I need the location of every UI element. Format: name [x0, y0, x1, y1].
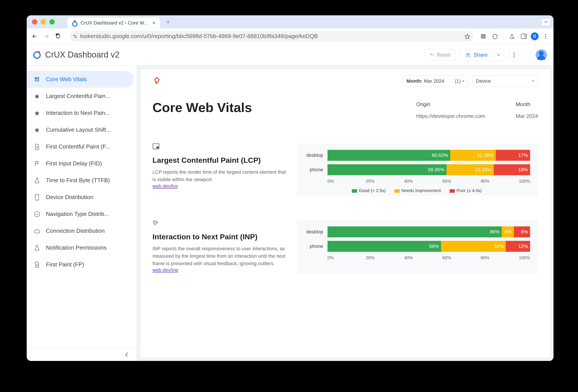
device-filter[interactable]: Device	[472, 75, 538, 87]
profile-button[interactable]: B	[531, 32, 539, 40]
bookmark-button[interactable]	[464, 34, 470, 39]
sidebar-item-5[interactable]: First Input Delay (FID)	[27, 155, 134, 172]
chart: desktop86%6%8%phone56%32%12%0%20%40%60%8…	[297, 220, 538, 273]
tab-close-icon[interactable]: ✕	[152, 20, 156, 26]
segment-ni: 6%	[502, 226, 514, 237]
toolbar-right: B	[479, 32, 550, 41]
metric-title: Largest Contentful Paint (LCP)	[152, 156, 288, 164]
chart-row: phone58.85%23.33%18%	[303, 164, 530, 175]
metric-link[interactable]: web.dev/lcp	[152, 183, 178, 189]
sidebar-item-label: Connection Distribution	[46, 228, 105, 234]
legend-item: Needs Improvement	[394, 188, 441, 193]
account-button[interactable]	[535, 49, 547, 61]
category-label: desktop	[303, 229, 323, 235]
url-field[interactable]: lookerstudio.google.com/u/0/reporting/bb…	[70, 31, 473, 42]
tick-label: 20%	[366, 255, 404, 260]
forward-button[interactable]	[42, 32, 51, 41]
metric-desc: LCP reports the render time of the large…	[152, 168, 288, 183]
svg-rect-2	[524, 34, 526, 39]
more-vert-icon	[545, 34, 546, 39]
sidebar-item-6[interactable]: Time to First Byte (TTFB)	[27, 172, 134, 189]
sidebar-item-10[interactable]: Notification Permissions	[27, 239, 134, 256]
sidebar-item-label: Core Web Vitals	[46, 76, 87, 83]
month-filter[interactable]: Month: Mar 2024 (1)	[403, 75, 468, 87]
x-axis: 0%20%40%60%80%100%	[328, 179, 530, 184]
segment-poor: 17%	[496, 150, 530, 161]
app-header: CrUX Dashboard v2 Reset Share	[27, 44, 553, 66]
category-label: phone	[303, 167, 323, 173]
metric-link[interactable]: web.dev/inp	[152, 267, 178, 273]
sidebar-item-4[interactable]: First Contentful Paint (F...	[27, 138, 134, 155]
new-tab-button[interactable]: ＋	[164, 18, 172, 26]
chart-row: desktop86%6%8%	[303, 226, 530, 237]
back-button[interactable]	[30, 32, 39, 41]
tabs-dropdown-button[interactable]	[542, 18, 550, 26]
sidebar-item-8[interactable]: Navigation Type Distrib...	[27, 206, 134, 222]
caret-down-icon	[532, 80, 534, 82]
more-vert-icon	[514, 52, 515, 57]
star-icon	[34, 127, 40, 133]
minimize-window-button[interactable]	[41, 19, 46, 24]
sidebar-list: Core Web VitalsLargest Contentful Pain..…	[27, 71, 137, 348]
reset-button[interactable]: Reset	[424, 49, 456, 61]
metric-0: Largest Contentful Paint (LCP)LCP report…	[152, 143, 538, 196]
maximize-window-button[interactable]	[49, 19, 55, 24]
tick-label: 100%	[519, 255, 530, 260]
segment-poor: 12%	[506, 241, 530, 252]
reload-button[interactable]	[53, 32, 63, 41]
origin-value: https://developer.chrome.com	[416, 113, 485, 119]
sidebar-item-7[interactable]: Device Distribution	[27, 189, 134, 206]
segment-ni: 22.38%	[450, 150, 495, 161]
extensions-button[interactable]	[490, 32, 500, 41]
chrome-menu-button[interactable]	[541, 32, 550, 41]
svg-rect-13	[35, 80, 37, 82]
sidebar-item-2[interactable]: Interaction to Next Pain...	[27, 104, 134, 121]
metric-1: Interaction to Next Paint (INP)INP repor…	[152, 220, 538, 273]
sidebar-item-label: Notification Permissions	[46, 244, 106, 251]
dashboard-icon	[34, 77, 40, 82]
side-panel-button[interactable]	[519, 32, 529, 41]
sidebar-item-0[interactable]: Core Web Vitals	[27, 71, 134, 88]
site-info-button[interactable]	[73, 35, 77, 38]
reset-label: Reset	[437, 52, 450, 58]
share-button[interactable]: Share	[460, 49, 504, 61]
arrow-right-icon	[43, 33, 49, 39]
stacked-bar: 58.85%23.33%18%	[328, 164, 530, 175]
report-sheet: Month: Mar 2024 (1) Device Core Web Vita…	[140, 69, 550, 358]
main: Month: Mar 2024 (1) Device Core Web Vita…	[137, 66, 553, 361]
svg-rect-18	[156, 146, 159, 148]
stacked-bar: 56%32%12%	[328, 241, 530, 252]
sidebar-item-1[interactable]: Largest Contentful Pain...	[27, 88, 134, 104]
sidebar-item-3[interactable]: Cumulative Layout Shift...	[27, 121, 134, 138]
svg-rect-14	[35, 195, 39, 200]
sidebar: Core Web VitalsLargest Contentful Pain..…	[27, 66, 137, 361]
device-icon	[34, 194, 40, 200]
svg-rect-12	[37, 79, 39, 81]
browser-tab[interactable]: CrUX Dashboard v2 › Core W… ✕	[67, 17, 160, 28]
share-dropdown[interactable]	[495, 54, 502, 56]
sidebar-item-9[interactable]: Connection Distribution	[27, 222, 134, 239]
segment-good: 58.85%	[328, 164, 446, 175]
sidebar-item-11[interactable]: First Paint (FP)	[27, 256, 134, 273]
close-window-button[interactable]	[32, 19, 37, 24]
more-options-button[interactable]	[508, 49, 520, 61]
viewport-icon	[152, 143, 288, 149]
reload-icon	[55, 34, 61, 39]
chart-row: desktop60.62%22.38%17%	[303, 150, 530, 161]
sidebar-item-label: First Contentful Paint (F...	[46, 143, 110, 150]
segment-ni: 32%	[441, 241, 506, 252]
extension-square-icon[interactable]	[479, 32, 488, 41]
flask-icon	[34, 245, 40, 251]
month-label: Month	[516, 101, 538, 107]
arrow-left-icon	[32, 33, 38, 39]
svg-point-6	[468, 53, 469, 55]
stacked-bar: 60.62%22.38%17%	[328, 150, 530, 161]
sidebar-collapse-button[interactable]	[27, 348, 137, 361]
page-title: Core Web Vitals	[152, 100, 252, 115]
tick-label: 60%	[442, 255, 481, 260]
tick-label: 80%	[481, 179, 519, 184]
labs-button[interactable]	[507, 32, 517, 41]
month-filter-value: Mar 2024	[424, 78, 444, 84]
browser-window: CrUX Dashboard v2 › Core W… ✕ ＋ lookerst…	[27, 15, 553, 361]
profile-initial: B	[533, 34, 536, 39]
